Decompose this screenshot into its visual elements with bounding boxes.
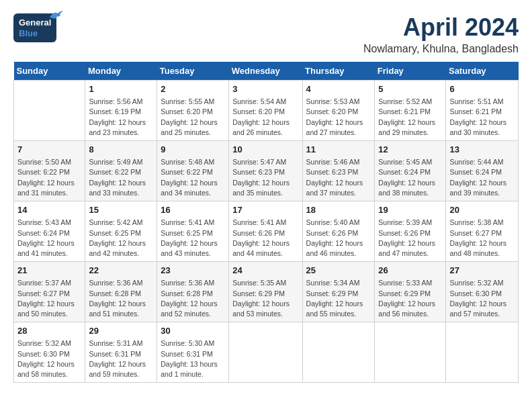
day-cell: 19Sunrise: 5:39 AMSunset: 6:26 PMDayligh… (375, 201, 446, 262)
day-cell: 10Sunrise: 5:47 AMSunset: 6:23 PMDayligh… (229, 141, 302, 201)
day-cell: 1Sunrise: 5:56 AMSunset: 6:19 PMDaylight… (85, 81, 157, 141)
day-info: Sunrise: 5:45 AMSunset: 6:24 PMDaylight:… (378, 157, 442, 198)
day-info: Sunrise: 5:51 AMSunset: 6:21 PMDaylight:… (449, 97, 515, 138)
day-cell: 11Sunrise: 5:46 AMSunset: 6:23 PMDayligh… (302, 141, 375, 201)
day-number: 25 (306, 265, 371, 277)
col-header-tuesday: Tuesday (157, 62, 229, 81)
day-number: 18 (306, 204, 371, 216)
day-info: Sunrise: 5:40 AMSunset: 6:26 PMDaylight:… (306, 218, 371, 259)
logo-line2: Blue (19, 28, 38, 39)
day-number: 14 (17, 204, 81, 216)
day-number: 5 (378, 83, 442, 95)
day-cell: 2Sunrise: 5:55 AMSunset: 6:20 PMDaylight… (157, 81, 229, 141)
day-cell: 20Sunrise: 5:38 AMSunset: 6:27 PMDayligh… (446, 201, 519, 262)
day-cell (446, 322, 519, 383)
day-info: Sunrise: 5:32 AMSunset: 6:30 PMDaylight:… (17, 338, 81, 379)
day-number: 22 (89, 265, 153, 277)
logo: General Blue (13, 13, 56, 42)
location-title: Nowlamary, Khulna, Bangladesh (363, 43, 519, 55)
day-cell: 22Sunrise: 5:36 AMSunset: 6:28 PMDayligh… (85, 262, 157, 322)
day-info: Sunrise: 5:38 AMSunset: 6:27 PMDaylight:… (449, 218, 515, 259)
day-cell: 18Sunrise: 5:40 AMSunset: 6:26 PMDayligh… (302, 201, 375, 262)
day-info: Sunrise: 5:54 AMSunset: 6:20 PMDaylight:… (232, 97, 298, 138)
week-row-5: 28Sunrise: 5:32 AMSunset: 6:30 PMDayligh… (14, 322, 519, 383)
day-number: 17 (232, 204, 298, 216)
day-info: Sunrise: 5:56 AMSunset: 6:19 PMDaylight:… (89, 97, 153, 138)
day-info: Sunrise: 5:52 AMSunset: 6:21 PMDaylight:… (378, 97, 442, 138)
day-cell: 27Sunrise: 5:32 AMSunset: 6:30 PMDayligh… (446, 262, 519, 322)
day-cell: 26Sunrise: 5:33 AMSunset: 6:29 PMDayligh… (375, 262, 446, 322)
col-header-friday: Friday (375, 62, 446, 81)
day-info: Sunrise: 5:41 AMSunset: 6:25 PMDaylight:… (161, 218, 225, 259)
day-info: Sunrise: 5:46 AMSunset: 6:23 PMDaylight:… (306, 157, 371, 198)
day-info: Sunrise: 5:44 AMSunset: 6:24 PMDaylight:… (449, 157, 515, 198)
calendar-table: SundayMondayTuesdayWednesdayThursdayFrid… (13, 62, 519, 383)
day-number: 2 (161, 83, 225, 95)
week-row-1: 1Sunrise: 5:56 AMSunset: 6:19 PMDaylight… (14, 81, 519, 141)
day-info: Sunrise: 5:36 AMSunset: 6:28 PMDaylight:… (89, 278, 153, 319)
title-area: April 2024 Nowlamary, Khulna, Bangladesh (363, 13, 519, 55)
day-number: 7 (17, 144, 81, 156)
day-cell: 6Sunrise: 5:51 AMSunset: 6:21 PMDaylight… (446, 81, 519, 141)
day-number: 13 (449, 144, 515, 156)
logo-line1: General (19, 17, 51, 28)
col-header-wednesday: Wednesday (229, 62, 302, 81)
day-info: Sunrise: 5:36 AMSunset: 6:28 PMDaylight:… (161, 278, 225, 319)
day-info: Sunrise: 5:43 AMSunset: 6:24 PMDaylight:… (17, 218, 81, 259)
day-number: 11 (306, 144, 371, 156)
day-cell: 23Sunrise: 5:36 AMSunset: 6:28 PMDayligh… (157, 262, 229, 322)
day-number: 10 (232, 144, 298, 156)
day-info: Sunrise: 5:53 AMSunset: 6:20 PMDaylight:… (306, 97, 371, 138)
day-info: Sunrise: 5:48 AMSunset: 6:22 PMDaylight:… (161, 157, 225, 198)
day-number: 23 (161, 265, 225, 277)
day-number: 1 (89, 83, 153, 95)
day-info: Sunrise: 5:50 AMSunset: 6:22 PMDaylight:… (17, 157, 81, 198)
day-info: Sunrise: 5:35 AMSunset: 6:29 PMDaylight:… (232, 278, 298, 319)
day-info: Sunrise: 5:49 AMSunset: 6:22 PMDaylight:… (89, 157, 153, 198)
day-cell: 21Sunrise: 5:37 AMSunset: 6:27 PMDayligh… (14, 262, 85, 322)
day-number: 3 (232, 83, 298, 95)
day-cell: 14Sunrise: 5:43 AMSunset: 6:24 PMDayligh… (14, 201, 85, 262)
day-cell (14, 81, 85, 141)
header-row: SundayMondayTuesdayWednesdayThursdayFrid… (14, 62, 519, 81)
day-cell: 29Sunrise: 5:31 AMSunset: 6:31 PMDayligh… (85, 322, 157, 383)
col-header-thursday: Thursday (302, 62, 375, 81)
day-info: Sunrise: 5:39 AMSunset: 6:26 PMDaylight:… (378, 218, 442, 259)
day-number: 27 (449, 265, 515, 277)
day-cell: 8Sunrise: 5:49 AMSunset: 6:22 PMDaylight… (85, 141, 157, 201)
day-cell: 28Sunrise: 5:32 AMSunset: 6:30 PMDayligh… (14, 322, 85, 383)
day-number: 19 (378, 204, 442, 216)
col-header-monday: Monday (85, 62, 157, 81)
day-info: Sunrise: 5:31 AMSunset: 6:31 PMDaylight:… (89, 338, 153, 379)
day-number: 24 (232, 265, 298, 277)
day-info: Sunrise: 5:34 AMSunset: 6:29 PMDaylight:… (306, 278, 371, 319)
week-row-4: 21Sunrise: 5:37 AMSunset: 6:27 PMDayligh… (14, 262, 519, 322)
day-cell: 5Sunrise: 5:52 AMSunset: 6:21 PMDaylight… (375, 81, 446, 141)
day-cell: 17Sunrise: 5:41 AMSunset: 6:26 PMDayligh… (229, 201, 302, 262)
day-info: Sunrise: 5:37 AMSunset: 6:27 PMDaylight:… (17, 278, 81, 319)
day-number: 21 (17, 265, 81, 277)
day-cell: 4Sunrise: 5:53 AMSunset: 6:20 PMDaylight… (302, 81, 375, 141)
day-cell: 16Sunrise: 5:41 AMSunset: 6:25 PMDayligh… (157, 201, 229, 262)
day-info: Sunrise: 5:32 AMSunset: 6:30 PMDaylight:… (449, 278, 515, 319)
day-number: 8 (89, 144, 153, 156)
day-number: 16 (161, 204, 225, 216)
day-info: Sunrise: 5:55 AMSunset: 6:20 PMDaylight:… (161, 97, 225, 138)
day-cell (375, 322, 446, 383)
day-cell: 12Sunrise: 5:45 AMSunset: 6:24 PMDayligh… (375, 141, 446, 201)
day-number: 12 (378, 144, 442, 156)
day-cell (229, 322, 302, 383)
day-cell: 30Sunrise: 5:30 AMSunset: 6:31 PMDayligh… (157, 322, 229, 383)
day-number: 20 (449, 204, 515, 216)
week-row-3: 14Sunrise: 5:43 AMSunset: 6:24 PMDayligh… (14, 201, 519, 262)
day-number: 15 (89, 204, 153, 216)
page-header: General Blue April 2024 Nowlamary, Khuln… (13, 13, 519, 55)
day-info: Sunrise: 5:41 AMSunset: 6:26 PMDaylight:… (232, 218, 298, 259)
day-cell: 13Sunrise: 5:44 AMSunset: 6:24 PMDayligh… (446, 141, 519, 201)
day-info: Sunrise: 5:42 AMSunset: 6:25 PMDaylight:… (89, 218, 153, 259)
day-info: Sunrise: 5:47 AMSunset: 6:23 PMDaylight:… (232, 157, 298, 198)
day-cell: 25Sunrise: 5:34 AMSunset: 6:29 PMDayligh… (302, 262, 375, 322)
day-cell: 15Sunrise: 5:42 AMSunset: 6:25 PMDayligh… (85, 201, 157, 262)
day-number: 6 (449, 83, 515, 95)
day-cell: 24Sunrise: 5:35 AMSunset: 6:29 PMDayligh… (229, 262, 302, 322)
